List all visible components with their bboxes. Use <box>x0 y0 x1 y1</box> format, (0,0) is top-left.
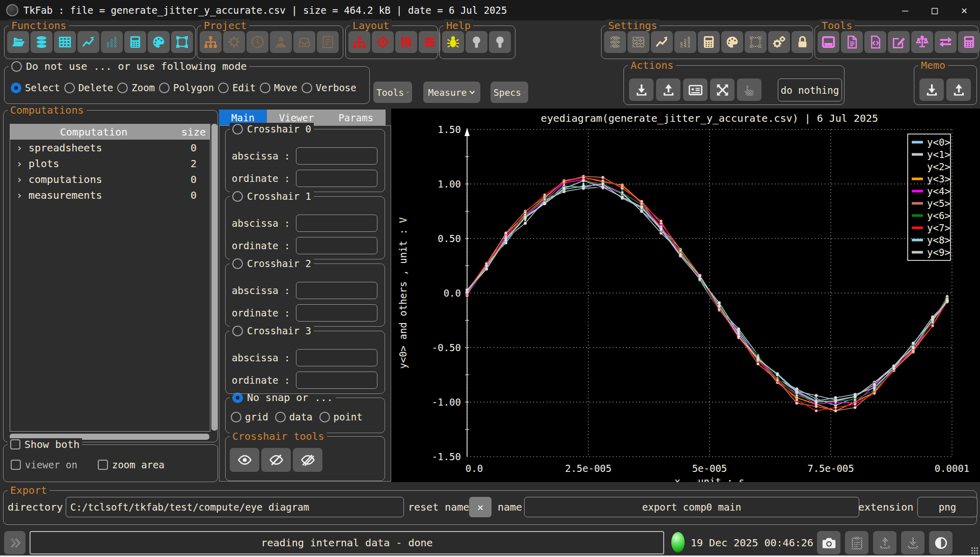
zoom-area-checkbox[interactable] <box>98 460 108 470</box>
target-button[interactable] <box>372 31 394 53</box>
tools-menu-button[interactable]: Tools <box>373 82 412 103</box>
crosshair-0-radio[interactable] <box>232 124 243 135</box>
edit-pencil-button[interactable] <box>888 31 910 53</box>
crosshair-1-ordinate-input[interactable] <box>296 237 377 254</box>
upload-button[interactable] <box>656 78 680 101</box>
document-button[interactable] <box>841 31 863 53</box>
mode-radio-label: Verbose <box>316 82 357 93</box>
line-chart-button[interactable] <box>77 31 99 53</box>
bulb-button[interactable] <box>466 31 487 53</box>
line-chart-button[interactable] <box>651 31 673 53</box>
viewer-on-checkbox[interactable] <box>11 460 21 470</box>
lock-button[interactable] <box>792 31 813 53</box>
mode-radio-move[interactable] <box>260 83 270 93</box>
mode-radio-verbose[interactable] <box>302 83 312 93</box>
polygon-select-button[interactable] <box>171 31 193 53</box>
chevron-right-icon[interactable]: › <box>10 173 29 185</box>
bug-button[interactable] <box>442 31 464 53</box>
upload-icon <box>951 83 966 97</box>
crosshair-2-ordinate-input[interactable] <box>296 304 377 322</box>
close-button[interactable]: ✕ <box>952 1 976 20</box>
status-led <box>671 532 685 552</box>
download-button[interactable] <box>919 78 944 101</box>
download-button[interactable] <box>629 78 654 101</box>
svg-text:y<3>: y<3> <box>927 173 950 184</box>
mode-radio-polygon[interactable] <box>159 83 170 93</box>
horizontal-bars-button[interactable] <box>419 31 441 53</box>
camera-button[interactable] <box>817 531 840 554</box>
show-both-checkbox[interactable] <box>10 439 20 449</box>
org-tree-button[interactable] <box>200 31 222 53</box>
resize-grip[interactable] <box>971 547 978 554</box>
eye-diagram-chart[interactable]: eyediagram(generate_jitter_y_accurate.cs… <box>391 109 980 482</box>
extension-input[interactable] <box>917 497 977 517</box>
tree-row-spreadsheets[interactable]: ›spreadsheets0 <box>10 140 210 155</box>
chevron-right-icon[interactable]: › <box>10 157 29 170</box>
upload-button[interactable] <box>946 78 971 101</box>
tree-item-size: 0 <box>177 189 210 201</box>
bar-chart-button <box>101 31 123 53</box>
mode-radio-delete[interactable] <box>64 83 75 93</box>
gears-button[interactable] <box>768 31 790 53</box>
window-button[interactable] <box>818 31 839 53</box>
svg-text:-0.50: -0.50 <box>432 342 461 353</box>
directory-input[interactable] <box>66 497 404 517</box>
mode-radio-edit[interactable] <box>218 83 229 93</box>
expand-arrows-button[interactable] <box>710 78 734 101</box>
do-nothing-field[interactable]: do nothing <box>778 78 842 101</box>
crosshair-3-ordinate-input[interactable] <box>296 372 377 389</box>
calculator-button[interactable] <box>124 31 146 53</box>
crosshair-1-radio[interactable] <box>232 191 243 202</box>
person-icon <box>274 35 288 49</box>
snap-radio-point[interactable] <box>319 412 330 422</box>
mode-radio-select[interactable] <box>11 83 21 93</box>
folder-open-button[interactable] <box>7 31 29 53</box>
chevron-right-icon[interactable]: › <box>10 142 29 154</box>
vertical-bars-button[interactable] <box>395 31 417 53</box>
code-document-button[interactable] <box>864 31 886 53</box>
crosshair-0-abscissa-input[interactable] <box>296 147 377 165</box>
database-button[interactable] <box>31 31 52 53</box>
eye-button[interactable] <box>230 448 259 472</box>
chevron-right-icon[interactable]: › <box>10 189 29 201</box>
export-name-input[interactable] <box>524 497 859 517</box>
calculator-button[interactable] <box>958 31 980 53</box>
crosshair-3-radio[interactable] <box>232 326 243 336</box>
snap-option-point: point <box>319 411 363 422</box>
tree-row-computations[interactable]: ›computations0 <box>10 171 210 187</box>
crosshair-0-ordinate-input[interactable] <box>296 170 377 187</box>
bulb-button[interactable] <box>489 31 511 53</box>
tab-params[interactable]: Params <box>326 110 386 125</box>
org-tree-button[interactable] <box>348 31 370 53</box>
maximize-button[interactable]: □ <box>923 1 946 20</box>
crosshair-3-abscissa-input[interactable] <box>296 349 377 366</box>
vertical-scrollbar[interactable] <box>211 124 217 431</box>
specs-menu-button[interactable]: Specs <box>491 82 528 103</box>
mode-option-select: Select <box>11 82 60 93</box>
actions-group: Actions do nothing <box>623 65 845 105</box>
crosshair-2-radio[interactable] <box>232 258 243 269</box>
mode-radio-zoom[interactable] <box>117 83 128 93</box>
palette-button[interactable] <box>148 31 170 53</box>
crosshair-1-abscissa-input[interactable] <box>296 215 377 232</box>
swap-arrows-button[interactable] <box>935 31 957 53</box>
id-card-button[interactable] <box>683 78 707 101</box>
table-button[interactable] <box>54 31 76 53</box>
svg-text:y<5>: y<5> <box>927 198 950 209</box>
balance-scale-button[interactable] <box>911 31 933 53</box>
snap-radio-data[interactable] <box>275 412 286 422</box>
palette-button[interactable] <box>721 31 743 53</box>
eye-cross-button[interactable] <box>293 448 322 472</box>
reset-name-button[interactable]: ✕ <box>469 497 492 517</box>
minimize-button[interactable]: – <box>893 1 917 20</box>
eye-slash-button[interactable] <box>261 448 291 472</box>
contrast-button[interactable] <box>929 531 952 554</box>
crosshair-2-abscissa-input[interactable] <box>296 282 377 299</box>
snap-radio-grid[interactable] <box>231 412 241 422</box>
tree-row-plots[interactable]: ›plots2 <box>10 155 210 171</box>
measure-menu-button[interactable]: Measure <box>423 82 480 103</box>
mode-off-radio[interactable] <box>11 61 22 72</box>
calculator-button[interactable] <box>698 31 720 53</box>
tree-row-measurements[interactable]: ›measurements0 <box>10 187 210 203</box>
checkbox-item-zoom-area: zoom area <box>98 459 165 470</box>
